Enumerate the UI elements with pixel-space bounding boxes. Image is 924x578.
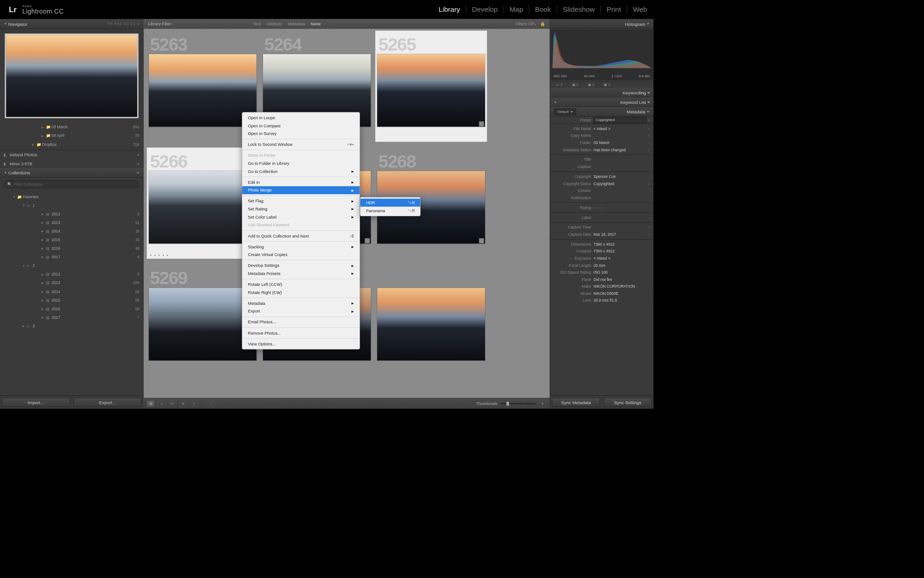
module-book[interactable]: Book (529, 5, 557, 14)
nav-zoom-fit[interactable]: FIT (108, 22, 113, 25)
metadata-value[interactable]: 03 March (594, 140, 647, 145)
grid-cell[interactable] (375, 265, 487, 376)
filter-text[interactable]: Text (253, 21, 261, 26)
sync-settings-button[interactable]: Sync Settings (604, 398, 651, 407)
keywording-header[interactable]: Keywording ◀ (550, 88, 653, 98)
menu-item[interactable]: Rotate Left (CCW) (242, 280, 360, 289)
metadata-value[interactable]: 7360 x 4912 (594, 249, 647, 254)
metadata-value[interactable]: 20 mm (594, 263, 647, 268)
volume-row[interactable]: ▮Iceland Photos◀ (0, 150, 143, 159)
menu-item[interactable]: Open in Survey (242, 130, 360, 138)
metadata-value[interactable]: < mixed > (594, 256, 647, 261)
collection-row[interactable]: ▶▤2013100 (0, 279, 143, 287)
menu-item[interactable]: Set Flag▶ (242, 197, 360, 205)
metadata-action-icon[interactable]: → (647, 292, 651, 295)
nav-zoom-2:1[interactable]: 2:1 (131, 22, 136, 25)
collection-row[interactable]: ▶▤201466 (0, 287, 143, 296)
nav-zoom-more-icon[interactable]: ▸ (138, 22, 139, 25)
menu-item[interactable]: Go to Collection▶ (242, 168, 360, 176)
menu-item[interactable]: Open in Loupe (242, 114, 360, 122)
collections-header[interactable]: ▼ Collections + (0, 168, 143, 177)
collection-row[interactable]: ▼📁Favorites (0, 192, 143, 201)
survey-view-icon[interactable]: ⊞ (180, 401, 187, 407)
add-keyword-button[interactable]: + (554, 99, 557, 105)
collection-row[interactable]: ▶▭3 (0, 322, 143, 330)
import-button[interactable]: Import... (2, 398, 69, 407)
metadata-value[interactable]: Copyrighted (594, 182, 647, 186)
menu-item[interactable]: Develop Settings▶ (242, 261, 360, 270)
keyword-list-header[interactable]: + Keyword List ◀ (550, 98, 653, 107)
collection-row[interactable]: ▶▤20177 (0, 313, 143, 322)
module-web[interactable]: Web (627, 5, 647, 14)
collection-row[interactable]: ▶▤20128 (0, 270, 143, 279)
metadata-value[interactable]: Spencer Cox (594, 174, 647, 179)
menu-item[interactable]: Remove Photos... (242, 329, 360, 337)
thumbnail[interactable] (377, 288, 485, 361)
menu-item[interactable]: Set Color Label▶ (242, 213, 360, 221)
toolbar-menu-icon[interactable]: ▾ (539, 401, 547, 407)
metadata-action-icon[interactable]: ≡ (647, 127, 651, 131)
menu-item[interactable]: Create Virtual Copies (242, 251, 360, 259)
metadata-action-icon[interactable]: ≡ (647, 134, 651, 138)
menu-item[interactable]: Stacking▶ (242, 243, 360, 251)
metadata-badge-icon[interactable] (479, 238, 484, 243)
metadata-value[interactable]: ISO 100 (594, 270, 647, 275)
menu-item[interactable]: Set Rating▶ (242, 205, 360, 213)
menu-item[interactable]: View Options... (242, 340, 360, 348)
thumbnail[interactable] (148, 288, 257, 361)
metadata-view-select[interactable]: Default ▾ (554, 108, 576, 115)
collection-row[interactable]: ▶▤201351 (0, 218, 143, 227)
metadata-header[interactable]: Default ▾ Metadata ▼ (550, 107, 653, 117)
menu-item[interactable]: Email Photos... (242, 318, 360, 326)
metadata-value[interactable]: < mixed > (594, 126, 647, 131)
metadata-action-icon[interactable]: ▾ (647, 182, 651, 186)
metadata-action-icon[interactable]: → (647, 141, 651, 144)
volume-row[interactable]: ▮Minor 3.5TB◀ (0, 159, 143, 168)
people-view-icon[interactable]: ☺ (190, 401, 198, 407)
histogram-header[interactable]: Histogram ▼ (550, 19, 653, 28)
metadata-value[interactable]: Has been changed (594, 148, 647, 152)
filter-collections-input[interactable]: 🔍 Filter Collections (4, 180, 139, 188)
menu-item[interactable]: Metadata Presets▶ (242, 270, 360, 278)
navigator-header[interactable]: ▼ Navigator FITFILL1:12:1▸ (0, 19, 143, 28)
menu-item[interactable]: Export▶ (242, 307, 360, 315)
folder-row[interactable]: ▶📁03 March991 (0, 123, 143, 131)
metadata-value[interactable]: NIKON CORPORATION (594, 284, 647, 289)
module-develop[interactable]: Develop (466, 5, 504, 14)
painter-tool-icon[interactable]: ⬚ (207, 401, 214, 407)
grid-view-icon[interactable]: ▦ (147, 401, 154, 407)
histogram[interactable]: ISO 100 20 mm ƒ / 8.0 0.4 sec (551, 30, 652, 79)
filter-none[interactable]: None (311, 21, 321, 26)
folder-row[interactable]: ▶📁04 April50 (0, 131, 143, 140)
module-slideshow[interactable]: Slideshow (557, 5, 601, 14)
menu-item[interactable]: Add to Quick Collection and Next⇧B (242, 232, 360, 240)
collection-row[interactable]: ▶▤20176 (0, 252, 143, 261)
collection-row[interactable]: ▶▤201649 (0, 244, 143, 252)
filter-metadata[interactable]: Metadata (288, 21, 305, 26)
context-menu[interactable]: Open in LoupeOpen in CompareOpen in Surv… (242, 112, 360, 350)
thumbnail[interactable] (377, 54, 485, 127)
folder-row[interactable]: ▶📁Dropbox704 (0, 140, 143, 149)
metadata-value[interactable]: 20.0 mm f/1.8 (594, 298, 647, 303)
metadata-action-icon[interactable]: ≡ (647, 226, 651, 229)
collection-row[interactable]: ▶▤20125 (0, 210, 143, 218)
menu-item[interactable]: HDR⌃⇧H (360, 199, 420, 207)
menu-item[interactable]: Metadata▶ (242, 299, 360, 308)
metadata-badge-icon[interactable] (479, 121, 484, 126)
nav-zoom-fill[interactable]: FILL (115, 22, 122, 25)
menu-item[interactable]: Rotate Right (CW) (242, 289, 360, 297)
collection-row[interactable]: ▼▭2 (0, 261, 143, 270)
metadata-action-icon[interactable]: ▭ (647, 216, 651, 219)
metadata-value[interactable]: · · · · · (594, 205, 647, 210)
metadata-badge-icon[interactable] (365, 238, 370, 243)
thumbnail[interactable] (148, 171, 257, 244)
module-map[interactable]: Map (504, 5, 529, 14)
menu-item[interactable]: Open in Compare (242, 121, 360, 130)
filters-off-button[interactable]: Filters Off ▾ (516, 21, 536, 26)
metadata-action-icon[interactable]: ≡ (647, 233, 651, 236)
metadata-action-icon[interactable]: → (647, 299, 651, 303)
menu-item[interactable]: Edit In▶ (242, 178, 360, 186)
photo-merge-submenu[interactable]: HDR⌃⇧HPanorama⌃⇧M (360, 197, 420, 216)
module-library[interactable]: Library (433, 5, 467, 14)
preset-select[interactable]: Copyrighted (594, 117, 647, 123)
